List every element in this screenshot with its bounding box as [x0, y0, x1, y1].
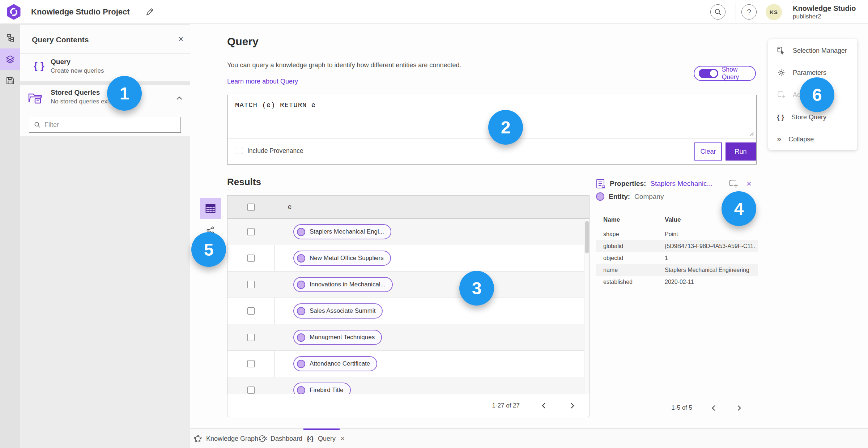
include-provenance-checkbox[interactable]	[236, 147, 243, 154]
row-checkbox[interactable]	[247, 307, 255, 315]
entity-pill[interactable]: New Metal Office Suppliers	[293, 251, 391, 266]
stored-queries-folder-icon	[28, 91, 42, 105]
query-description: You can query a knowledge graph to ident…	[227, 61, 461, 69]
row-checkbox[interactable]	[247, 387, 255, 394]
entity-circle-icon	[297, 333, 305, 342]
show-query-toggle[interactable]: Show Query	[694, 66, 756, 81]
collapse-section-button[interactable]	[175, 94, 183, 102]
edit-title-pencil-icon[interactable]	[145, 8, 154, 16]
include-provenance-label: Include Provenance	[247, 147, 303, 155]
row-checkbox[interactable]	[247, 360, 255, 367]
avatar[interactable]: KS	[766, 4, 782, 20]
property-row[interactable]: shape Point	[596, 228, 758, 240]
chevron-right-icon	[736, 405, 742, 411]
properties-header: Properties: Staplers Mechanic...	[596, 179, 712, 189]
row-checkbox[interactable]	[247, 228, 255, 235]
next-page-button[interactable]	[733, 402, 745, 414]
filter-input[interactable]	[44, 121, 167, 129]
row-checkbox[interactable]	[247, 281, 255, 288]
toggle-switch[interactable]	[699, 69, 718, 78]
run-button[interactable]: Run	[726, 142, 756, 161]
entity-pill[interactable]: Managment Techniques	[293, 330, 382, 345]
tab-knowledge-graph[interactable]: Knowledge Graph ×	[194, 429, 268, 448]
project-title: Knowledge Studio Project	[31, 0, 130, 24]
annotation-badge-5: 5	[191, 232, 226, 267]
query-item-title: Query	[51, 58, 104, 66]
knowledge-graph-icon	[194, 435, 202, 443]
table-view-button[interactable]	[200, 198, 221, 219]
tab-dashboard[interactable]: Dashboard ×	[258, 429, 312, 448]
results-heading: Results	[227, 176, 261, 188]
properties-pagination: 1-5 of 5	[644, 400, 758, 416]
gear-icon	[777, 68, 786, 77]
braces-icon: { }	[777, 113, 784, 121]
property-row[interactable]: globalid {5D9B4713-F98D-4A53-A59F-C11...	[596, 240, 758, 252]
close-properties-button[interactable]: ×	[746, 179, 752, 189]
property-row[interactable]: name Staplers Mechanical Engineering	[596, 264, 758, 276]
annotation-badge-6: 6	[800, 77, 834, 112]
knowledge-studio-app: Knowledge Studio Project ? KS Knowledge …	[0, 0, 868, 448]
results-pagination: 1-27 of 27	[227, 394, 590, 417]
rail-item-hierarchy[interactable]	[0, 27, 20, 48]
row-checkbox[interactable]	[247, 334, 255, 341]
name-column-header: Name	[603, 216, 665, 223]
table-row[interactable]: Staplers Mechanical Engi...	[227, 219, 589, 245]
entity-pill[interactable]: Staplers Mechanical Engi...	[293, 224, 391, 239]
table-row[interactable]: New Metal Office Suppliers	[227, 245, 589, 272]
properties-entity-link[interactable]: Staplers Mechanic...	[650, 180, 712, 188]
panel-item-stored-queries[interactable]: Stored Queries No stored queries exist	[20, 85, 190, 114]
clear-button[interactable]: Clear	[694, 142, 722, 161]
menu-item-selection-manager[interactable]: Selection Manager	[768, 43, 857, 59]
layers-icon	[5, 55, 15, 64]
select-all-checkbox[interactable]	[247, 204, 255, 211]
entity-pill[interactable]: Firebird Title	[293, 383, 351, 394]
table-row[interactable]: Innovations in Mechanical...	[227, 272, 589, 298]
stored-queries-title: Stored Queries	[51, 89, 114, 97]
entity-label: Entity:	[609, 193, 630, 201]
add-to-selection-icon	[777, 90, 786, 99]
table-icon	[205, 204, 216, 213]
query-contents-card: Query Contents × { } Query Create new qu…	[20, 25, 190, 136]
menu-item-collapse[interactable]: » Collapse	[768, 131, 857, 147]
results-scrollbar[interactable]	[584, 219, 589, 394]
previous-page-button[interactable]	[538, 400, 550, 412]
property-row[interactable]: established 2020-02-11	[596, 276, 758, 288]
annotation-badge-3: 3	[459, 271, 494, 306]
add-to-selection-icon[interactable]	[728, 179, 739, 189]
panel-item-query[interactable]: { } Query Create new queries	[20, 54, 190, 81]
app-logo-icon[interactable]	[7, 4, 21, 20]
query-code-text[interactable]: MATCH (e) RETURN e	[235, 101, 316, 109]
close-tab-icon[interactable]: ×	[340, 435, 345, 443]
properties-footer-divider	[596, 398, 758, 398]
resize-handle-icon[interactable]	[749, 131, 754, 136]
rail-item-layers-selected[interactable]	[0, 48, 20, 70]
help-button[interactable]: ?	[741, 4, 757, 20]
entity-pill[interactable]: Attendance Certificate	[293, 356, 377, 371]
property-row[interactable]: objectid 1	[596, 252, 758, 264]
panel-close-button[interactable]: ×	[175, 34, 186, 45]
row-checkbox[interactable]	[247, 255, 255, 262]
entity-type-row: Entity: Company	[596, 192, 664, 201]
table-row[interactable]: Attendance Certificate	[227, 351, 589, 377]
table-row[interactable]: Firebird Title	[227, 377, 589, 394]
chevron-left-icon	[711, 405, 716, 411]
tab-query-active[interactable]: { } Query ×	[307, 429, 345, 448]
table-row[interactable]: Managment Techniques	[227, 324, 589, 351]
chevron-left-icon	[541, 402, 547, 409]
rail-item-save[interactable]	[0, 70, 20, 91]
entity-pill[interactable]: Sales Associate Summit	[293, 303, 383, 319]
next-page-button[interactable]	[566, 400, 578, 412]
scrollbar-thumb[interactable]	[585, 221, 589, 253]
annotation-badge-2: 2	[488, 110, 523, 145]
properties-actions: ×	[728, 179, 752, 189]
learn-more-link[interactable]: Learn more about Query	[227, 78, 298, 85]
filter-field[interactable]	[29, 117, 181, 133]
properties-doc-icon	[596, 179, 605, 189]
entity-pill[interactable]: Innovations in Mechanical...	[293, 277, 393, 292]
previous-page-button[interactable]	[707, 402, 720, 414]
search-icon	[714, 8, 722, 16]
table-row[interactable]: Sales Associate Summit	[227, 298, 589, 324]
entity-circle-icon	[297, 228, 305, 236]
search-button[interactable]	[710, 4, 726, 20]
topbar-divider	[736, 3, 736, 21]
